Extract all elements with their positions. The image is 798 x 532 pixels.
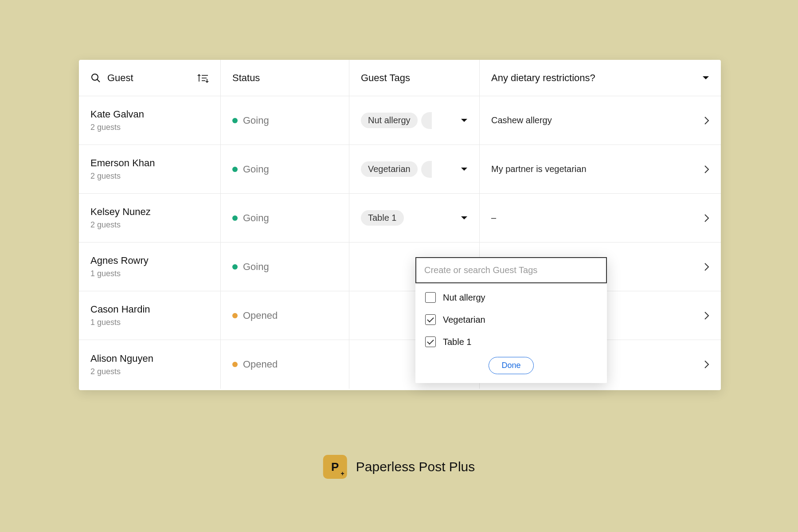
table-row: Kate Galvan2 guestsGoingNut allergyCashe… [79, 96, 721, 145]
sort-icon[interactable] [197, 73, 209, 83]
tag-pill: Table 1 [361, 210, 404, 226]
chevron-down-icon [702, 76, 709, 80]
chevron-down-icon[interactable] [461, 216, 468, 220]
chevron-right-icon [704, 214, 709, 223]
tag-pill: Vegetarian [361, 161, 418, 177]
chevron-right-icon [704, 311, 709, 320]
diet-cell[interactable]: Cashew allergy [480, 96, 721, 145]
svg-line-1 [97, 79, 100, 82]
status-cell: Going [221, 96, 349, 145]
status-text: Opened [243, 359, 278, 370]
diet-cell[interactable]: – [480, 194, 721, 242]
tags-cell[interactable]: Vegetarian [349, 145, 480, 193]
tag-option[interactable]: Nut allergy [425, 292, 597, 303]
checkbox[interactable] [425, 336, 436, 347]
chevron-right-icon [704, 165, 709, 174]
guest-cell[interactable]: Kate Galvan2 guests [79, 96, 221, 145]
status-text: Going [243, 261, 269, 273]
guest-cell[interactable]: Agnes Rowry1 guests [79, 243, 221, 291]
table-header: Guest Status Guest Tags Any dietary rest… [79, 60, 721, 96]
status-text: Going [243, 164, 269, 175]
status-dot [232, 264, 238, 270]
diet-cell[interactable]: My partner is vegetarian [480, 145, 721, 193]
tag-option[interactable]: Table 1 [425, 336, 597, 347]
guest-count: 2 guests [90, 172, 121, 181]
guest-cell[interactable]: Kelsey Nunez2 guests [79, 194, 221, 242]
guest-table-card: Guest Status Guest Tags Any dietary rest… [79, 60, 721, 390]
column-header-diet-label: Any dietary restrictions? [491, 72, 595, 84]
tag-overflow-stub [421, 161, 432, 178]
status-cell: Going [221, 145, 349, 193]
tags-wrap: Table 1 [361, 210, 456, 226]
status-cell: Opened [221, 291, 349, 340]
table-row: Kelsey Nunez2 guestsGoingTable 1– [79, 194, 721, 243]
status-dot [232, 362, 238, 367]
guest-count: 1 guests [90, 269, 121, 278]
status-cell: Going [221, 194, 349, 242]
done-button[interactable]: Done [489, 357, 533, 374]
guest-count: 2 guests [90, 123, 121, 132]
tag-option-label: Nut allergy [443, 293, 485, 303]
status-text: Going [243, 115, 269, 126]
tags-cell[interactable]: Nut allergy [349, 96, 480, 145]
guest-tags-popover: Nut allergyVegetarianTable 1 Done [415, 257, 607, 383]
status-dot [232, 118, 238, 123]
guest-tags-search-input[interactable] [415, 257, 607, 283]
brand-badge-letter: P [331, 460, 339, 474]
diet-text: Cashew allergy [491, 115, 552, 125]
guest-name: Agnes Rowry [90, 255, 149, 266]
chevron-down-icon[interactable] [461, 167, 468, 172]
status-cell: Going [221, 243, 349, 291]
column-header-tags-label: Guest Tags [361, 72, 410, 84]
svg-point-0 [92, 74, 98, 80]
diet-text: – [491, 213, 496, 223]
status-cell: Opened [221, 340, 349, 389]
guest-name: Cason Hardin [90, 304, 150, 315]
table-row: Alison Nguyen2 guestsOpened [79, 340, 721, 389]
tags-cell[interactable]: Table 1 [349, 194, 480, 242]
chevron-down-icon[interactable] [461, 118, 468, 123]
checkbox[interactable] [425, 314, 436, 325]
guest-name: Alison Nguyen [90, 353, 153, 364]
brand-badge: P + [323, 455, 347, 479]
tag-overflow-stub [421, 112, 432, 129]
status-text: Going [243, 212, 269, 224]
status-dot [232, 215, 238, 221]
tag-option-label: Table 1 [443, 337, 472, 347]
column-header-status-label: Status [232, 72, 260, 84]
tag-option-label: Vegetarian [443, 315, 485, 325]
column-header-diet[interactable]: Any dietary restrictions? [480, 60, 721, 96]
tags-wrap: Nut allergy [361, 112, 456, 129]
status-dot [232, 313, 238, 318]
chevron-right-icon [704, 360, 709, 369]
tag-option[interactable]: Vegetarian [425, 314, 597, 325]
brand-badge-plus: + [341, 470, 344, 477]
guest-cell[interactable]: Cason Hardin1 guests [79, 291, 221, 340]
tag-pill: Nut allergy [361, 113, 418, 128]
column-header-tags: Guest Tags [349, 60, 480, 96]
guest-name: Emerson Khan [90, 157, 155, 169]
table-row: Emerson Khan2 guestsGoingVegetarianMy pa… [79, 145, 721, 194]
diet-text: My partner is vegetarian [491, 164, 587, 174]
column-header-guest: Guest [79, 60, 221, 96]
guest-count: 2 guests [90, 220, 121, 230]
column-header-status: Status [221, 60, 349, 96]
guest-cell[interactable]: Emerson Khan2 guests [79, 145, 221, 193]
column-header-guest-label: Guest [107, 72, 133, 84]
search-icon[interactable] [90, 73, 101, 83]
brand-text: Paperless Post Plus [356, 459, 475, 474]
chevron-right-icon [704, 116, 709, 125]
guest-name: Kelsey Nunez [90, 206, 151, 218]
checkbox[interactable] [425, 292, 436, 303]
guest-cell[interactable]: Alison Nguyen2 guests [79, 340, 221, 389]
table-row: Agnes Rowry1 guestsGoing [79, 243, 721, 291]
chevron-right-icon [704, 262, 709, 271]
tags-wrap: Vegetarian [361, 161, 456, 178]
brand-footer: P + Paperless Post Plus [323, 455, 475, 479]
table-row: Cason Hardin1 guestsOpened [79, 291, 721, 340]
guest-count: 2 guests [90, 367, 121, 376]
status-text: Opened [243, 310, 278, 321]
status-dot [232, 167, 238, 172]
guest-count: 1 guests [90, 318, 121, 327]
guest-name: Kate Galvan [90, 109, 144, 120]
